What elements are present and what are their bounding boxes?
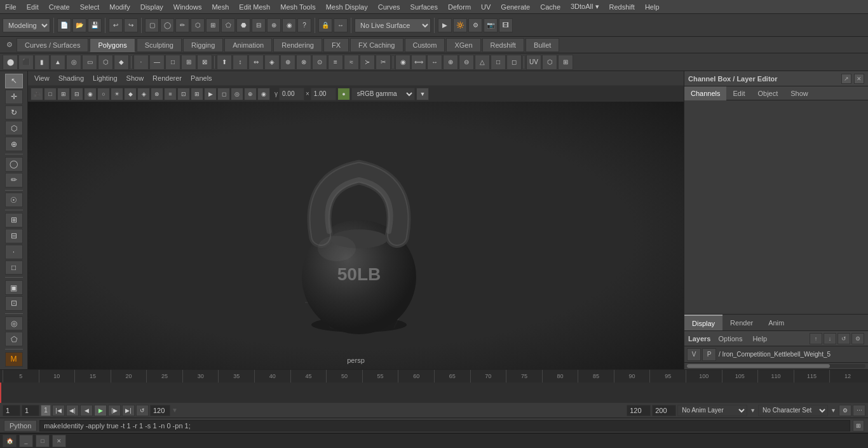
menu-display[interactable]: Display [135,2,168,12]
br-tab-display[interactable]: Display [684,315,722,331]
sphere-icon-btn[interactable]: ⬤ [3,55,18,70]
tab-animation[interactable]: Animation [224,38,272,52]
insert-loop-btn[interactable]: ≡ [328,55,343,70]
layer-sort-btn[interactable]: ↓ [824,333,836,344]
tab-sculpting[interactable]: Sculpting [137,38,182,52]
cube-icon-btn[interactable]: ⬛ [18,55,34,70]
render-settings-btn[interactable]: ⚙ [468,18,482,32]
maya-logo-btn[interactable]: M [5,352,23,367]
vp-show[interactable]: Show [123,73,148,83]
menu-uv[interactable]: UV [476,2,496,12]
layer-add-btn[interactable]: ↑ [810,333,822,344]
frame-end-input[interactable] [627,405,651,416]
redo-btn[interactable]: ↪ [124,18,138,32]
minimize-btn[interactable]: _ [19,435,33,447]
tab-redshift[interactable]: Redshift [482,38,524,52]
step-back-btn[interactable]: ◀| [66,405,79,416]
vp-xray-btn[interactable]: ◻ [217,88,230,100]
menu-edit[interactable]: Edit [22,2,44,12]
menu-deform[interactable]: Deform [443,2,476,12]
char-set-select[interactable]: No Character Set [758,405,828,416]
render-cam-btn[interactable]: 📷 [484,18,498,32]
render-btn[interactable]: ▶ [438,18,452,32]
python-tab[interactable]: Python [4,420,37,431]
target-weld-btn[interactable]: ⊗ [296,55,311,70]
tab-polygons[interactable]: Polygons [90,38,135,52]
menu-select[interactable]: Select [75,2,105,12]
gamma-value-input[interactable] [279,88,304,100]
merge-btn[interactable]: ⊟ [252,18,266,32]
smooth-mesh-btn[interactable]: ◉ [395,55,410,70]
paint-sel-btn[interactable]: ✏ [5,173,23,187]
vp-clr-arrow-btn[interactable]: ▼ [416,88,429,100]
flipbook-btn[interactable]: 🎞 [499,18,513,32]
tab-fx[interactable]: FX [323,38,349,52]
go-end-btn[interactable]: ▶| [122,405,135,416]
combine-btn2[interactable]: ⊕ [443,55,458,70]
select-tool-btn[interactable]: ↖ [5,74,23,88]
menu-mesh-display[interactable]: Mesh Display [321,2,373,12]
go-start-btn[interactable]: |◀ [52,405,65,416]
step-fwd-btn[interactable]: |▶ [108,405,121,416]
bevel-btn2[interactable]: ◈ [264,55,280,70]
tab-bullet[interactable]: Bullet [526,38,560,52]
vp-snap-btn[interactable]: ⊞ [57,88,70,100]
uv-unfold-btn[interactable]: ⬡ [542,55,557,70]
save-file-btn[interactable]: 💾 [88,18,102,32]
layers-help[interactable]: Help [750,335,770,343]
merge-vertex-btn[interactable]: ⊙ [312,55,327,70]
snap-grid-btn[interactable]: ⊞ [5,213,23,227]
tab-rendering[interactable]: Rendering [273,38,322,52]
lasso-tool-btn[interactable]: ◯ [5,157,23,172]
face-sel-btn[interactable]: □ [165,55,180,70]
fill-hole-btn[interactable]: ◻ [506,55,522,70]
br-tab-render[interactable]: Render [722,315,761,331]
char-set-settings-btn[interactable]: ⚙ [839,405,851,416]
menu-edit-mesh[interactable]: Edit Mesh [234,2,275,12]
mirror-btn[interactable]: ⟺ [411,55,426,70]
menu-mesh-tools[interactable]: Mesh Tools [275,2,320,12]
undo-btn[interactable]: ↩ [109,18,123,32]
menu-generate[interactable]: Generate [496,2,535,12]
show-manip-btn[interactable]: ☉ [5,193,23,207]
menu-file[interactable]: File [0,2,22,12]
vp-isolate-btn[interactable]: ◎ [231,88,243,100]
cam-view-btn[interactable]: ⊡ [5,296,23,311]
uv-editor-btn[interactable]: UV [526,55,541,70]
live-surface-selector[interactable]: No Live Surface [355,18,431,32]
vp-wire-btn[interactable]: ⊟ [71,88,83,100]
triangulate-btn[interactable]: △ [475,55,490,70]
layer-visibility-btn[interactable]: V [687,348,701,361]
menu-windows[interactable]: Windows [168,2,207,12]
tab-rigging[interactable]: Rigging [183,38,223,52]
vp-aa-btn[interactable]: ≡ [164,88,177,100]
edge-sel-btn[interactable]: — [149,55,165,70]
home-btn[interactable]: 🏠 [3,435,17,447]
vertex-sel-btn[interactable]: · [133,55,149,70]
layers-options[interactable]: Options [715,335,745,343]
rotate-tool-btn[interactable]: ↻ [5,105,23,120]
layers-scrollbar[interactable] [687,364,865,368]
offset-loop-btn[interactable]: ≈ [344,55,359,70]
extrude-edge-btn[interactable]: ↕ [233,55,248,70]
separate-btn[interactable]: ↔ [427,55,442,70]
tab-custom[interactable]: Custom [405,38,445,52]
vp-cam-btn[interactable]: 🎥 [31,88,43,100]
timeline-ruler[interactable]: 5 10 15 20 25 30 35 40 45 50 55 60 65 70… [0,370,868,383]
platonic-icon-btn[interactable]: ◆ [114,55,129,70]
help-btn[interactable]: ? [297,18,311,32]
vp-shadow-btn[interactable]: ◆ [124,88,137,100]
color-space-select[interactable]: sRGB gamma [351,88,415,100]
universal-manip-btn[interactable]: ⊕ [5,137,23,151]
play-back-btn[interactable]: ◀ [80,405,93,416]
soft-select-btn[interactable]: ◎ [5,316,23,331]
snap-point-btn[interactable]: · [5,245,23,259]
timeline-content[interactable] [0,383,868,403]
ch-tab-edit[interactable]: Edit [726,86,751,100]
ch-tab-show[interactable]: Show [784,86,815,100]
slide-edge-btn[interactable]: ≻ [360,55,375,70]
disk-icon-btn[interactable]: ⬡ [98,55,113,70]
status-expand-btn[interactable]: ⊞ [853,420,864,431]
bridge-btn2[interactable]: ⇔ [248,55,264,70]
lasso-btn[interactable]: ◯ [160,18,174,32]
